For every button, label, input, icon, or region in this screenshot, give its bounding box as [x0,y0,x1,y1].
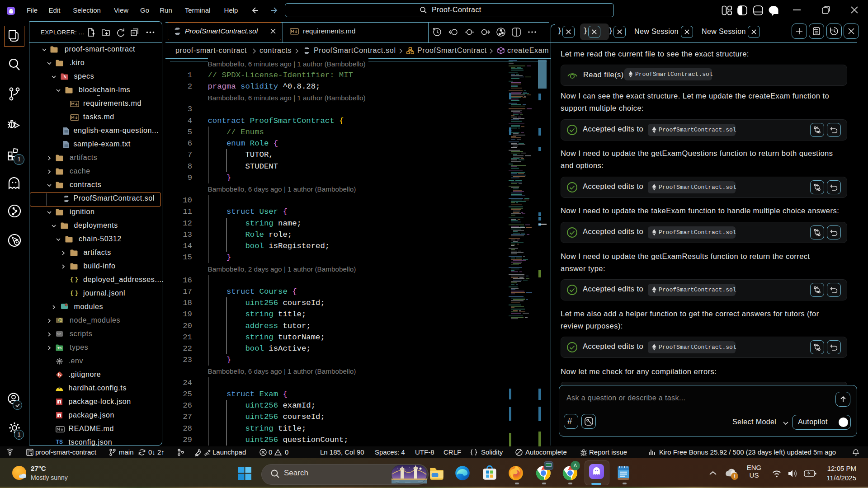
svg-text:TS: TS [57,346,61,350]
